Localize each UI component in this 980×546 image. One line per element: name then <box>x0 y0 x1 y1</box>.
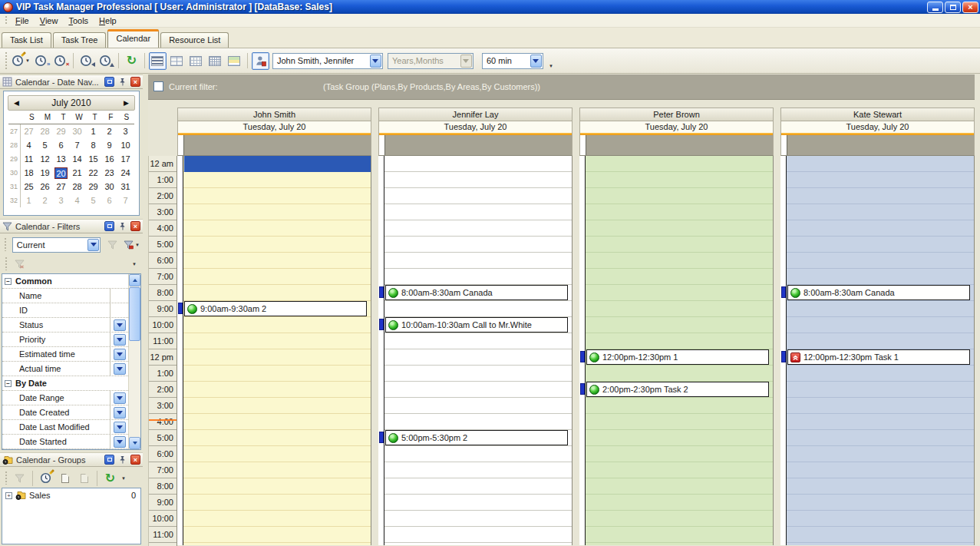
date-cell[interactable]: 8 <box>85 141 101 150</box>
tree-item-sales[interactable]: +Sales0 <box>2 488 140 502</box>
all-day-area[interactable] <box>780 135 975 156</box>
group-assign-button[interactable] <box>56 469 74 487</box>
column-name-header[interactable]: Kate Stewart <box>780 108 975 121</box>
filter-dropdown-button[interactable] <box>114 334 126 346</box>
date-cell[interactable]: 22 <box>85 168 101 177</box>
current-filter-checkbox[interactable] <box>153 81 163 91</box>
filter-field-priority[interactable]: Priority <box>2 333 128 347</box>
date-cell[interactable]: 16 <box>101 154 117 164</box>
pin-panel-button[interactable] <box>117 77 127 87</box>
combo-arrow-icon[interactable] <box>370 55 381 68</box>
new-task-button[interactable]: ▼ <box>11 52 31 70</box>
tab-calendar[interactable]: Calendar <box>107 29 159 48</box>
selected-date[interactable]: 20 <box>54 167 68 179</box>
filter-field-status[interactable]: Status <box>2 318 128 333</box>
filter-settings-button[interactable]: ▼ <box>123 236 140 253</box>
filter-settings-caret[interactable]: ▼ <box>135 243 140 247</box>
menu-item-help[interactable]: Help <box>94 15 122 27</box>
filter-field-id[interactable]: ID <box>2 303 128 318</box>
date-cell[interactable]: 11 <box>21 154 37 164</box>
day-grid[interactable]: 8:00am-8:30am Canada10:00am-10:30am Call… <box>378 156 572 545</box>
date-cell[interactable]: 27 <box>21 127 37 136</box>
date-cell[interactable]: 20 <box>53 167 69 179</box>
apply-filter-button[interactable] <box>104 236 121 253</box>
date-cell[interactable]: 13 <box>53 154 69 164</box>
column-date-header[interactable]: Tuesday, July 20 <box>579 121 774 133</box>
day-grid[interactable]: 8:00am-8:30am Canada12:00pm-12:30pm Task… <box>780 156 975 545</box>
date-cell[interactable]: 15 <box>85 154 101 164</box>
calendar-event[interactable]: 8:00am-8:30am Canada <box>787 285 970 300</box>
resource-filter-combo[interactable]: John Smith, Jennifer <box>272 53 383 69</box>
dock-panel-button[interactable] <box>104 455 114 465</box>
date-cell[interactable]: 31 <box>117 182 134 191</box>
date-cell[interactable]: 7 <box>69 141 85 150</box>
column-name-header[interactable]: Jennifer Lay <box>378 108 572 121</box>
date-cell[interactable]: 30 <box>69 127 85 136</box>
move-task-up-button[interactable] <box>97 52 114 70</box>
date-cell[interactable]: 24 <box>117 168 134 177</box>
date-cell[interactable]: 7 <box>117 196 134 205</box>
date-cell[interactable]: 2 <box>37 196 53 205</box>
column-name-header[interactable]: Peter Brown <box>579 108 774 121</box>
date-cell[interactable]: 6 <box>101 196 117 205</box>
date-cell[interactable]: 29 <box>53 127 69 136</box>
dock-panel-button[interactable] <box>104 221 114 231</box>
pin-panel-button[interactable] <box>117 221 127 231</box>
scroll-up-button[interactable] <box>129 274 140 286</box>
work-week-view-button[interactable] <box>168 52 186 70</box>
date-cell[interactable]: 2 <box>101 127 117 136</box>
column-date-header[interactable]: Tuesday, July 20 <box>780 121 975 133</box>
dock-panel-button[interactable] <box>104 77 114 87</box>
calendar-event[interactable]: 10:00am-10:30am Call to Mr.White <box>385 317 568 333</box>
filter-dropdown-button[interactable] <box>114 407 126 419</box>
close-panel-button[interactable]: × <box>130 221 140 231</box>
filter-dropdown-button[interactable] <box>114 436 126 448</box>
clear-filter-button[interactable] <box>11 255 28 273</box>
filter-dropdown-button[interactable] <box>114 363 126 375</box>
restore-button[interactable] <box>945 2 961 13</box>
filter-group-common[interactable]: −Common <box>2 274 128 289</box>
combo-arrow-icon[interactable] <box>87 239 99 251</box>
resource-filter-button[interactable] <box>252 52 269 70</box>
date-cell[interactable]: 28 <box>37 127 53 136</box>
toolbar-overflow-caret[interactable]: ▼ <box>549 64 553 68</box>
date-cell[interactable]: 30 <box>101 182 117 191</box>
scroll-down-button[interactable] <box>129 437 140 449</box>
calendar-event[interactable]: 12:00pm-12:30pm 1 <box>586 349 769 365</box>
date-cell[interactable]: 1 <box>85 127 101 136</box>
filter-toolbar-overflow-caret[interactable]: ▼ <box>132 262 137 266</box>
edit-task-button[interactable]: » <box>32 52 50 70</box>
date-cell[interactable]: 18 <box>21 168 37 177</box>
close-button[interactable]: × <box>962 2 978 13</box>
delete-task-button[interactable]: × <box>51 52 69 70</box>
date-cell[interactable]: 17 <box>117 154 134 164</box>
close-panel-button[interactable]: × <box>130 77 140 87</box>
day-grid[interactable]: 9:00am-9:30am 2 <box>177 156 371 545</box>
group-unassign-button[interactable] <box>75 469 93 487</box>
filter-group-by-date[interactable]: −By Date <box>2 376 128 391</box>
filter-field-date-started[interactable]: Date Started <box>2 435 128 449</box>
filter-field-name[interactable]: Name <box>2 289 128 303</box>
combo-arrow-icon[interactable] <box>530 55 542 68</box>
date-cell[interactable]: 19 <box>37 168 53 177</box>
menu-item-tools[interactable]: Tools <box>63 15 94 27</box>
filter-field-estimated-time[interactable]: Estimated time <box>2 347 128 362</box>
close-panel-button[interactable]: × <box>130 455 140 465</box>
move-task-left-button[interactable] <box>78 52 95 70</box>
groups-toolbar-overflow-caret[interactable]: ▼ <box>121 476 126 481</box>
day-view-button[interactable] <box>149 52 167 70</box>
date-cell[interactable]: 4 <box>69 196 85 205</box>
selected-time-slot[interactable] <box>184 156 371 172</box>
scrollbar-thumb[interactable] <box>129 287 140 341</box>
filter-dropdown-button[interactable] <box>114 392 126 404</box>
filter-field-date-created[interactable]: Date Created <box>2 405 128 420</box>
column-date-header[interactable]: Tuesday, July 20 <box>177 121 371 133</box>
timeline-view-button[interactable] <box>226 52 243 70</box>
calendar-event[interactable]: 9:00am-9:30am 2 <box>184 301 367 316</box>
date-cell[interactable]: 12 <box>37 154 53 164</box>
date-cell[interactable]: 10 <box>117 141 134 150</box>
menu-item-file[interactable]: File <box>10 15 35 27</box>
date-cell[interactable]: 1 <box>21 196 37 205</box>
all-day-area[interactable] <box>378 135 572 156</box>
date-cell[interactable]: 9 <box>101 141 117 150</box>
